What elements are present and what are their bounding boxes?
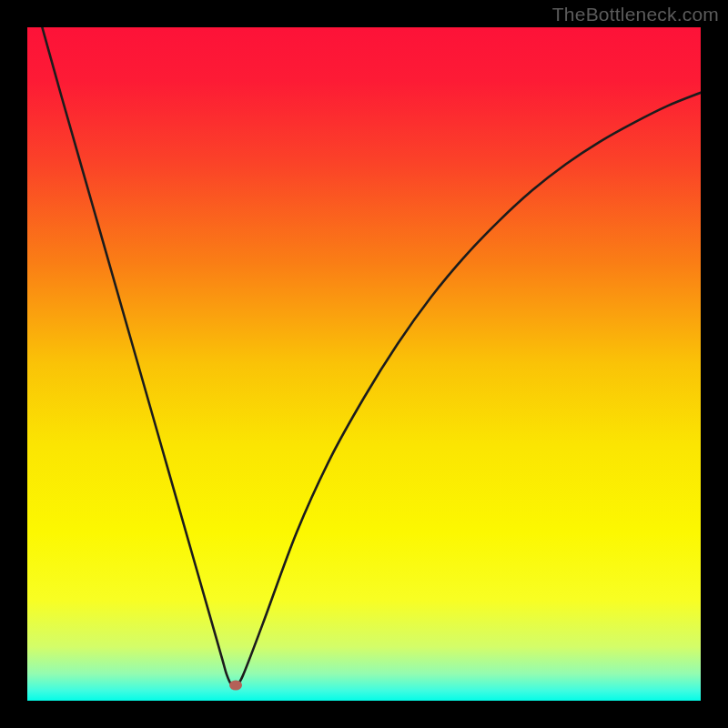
chart-frame: TheBottleneck.com (0, 0, 728, 728)
plot-area (27, 27, 701, 701)
optimum-marker-dot (229, 680, 242, 690)
bottleneck-curve (27, 27, 701, 686)
watermark-text: TheBottleneck.com (552, 4, 719, 25)
curve-layer (27, 27, 701, 701)
